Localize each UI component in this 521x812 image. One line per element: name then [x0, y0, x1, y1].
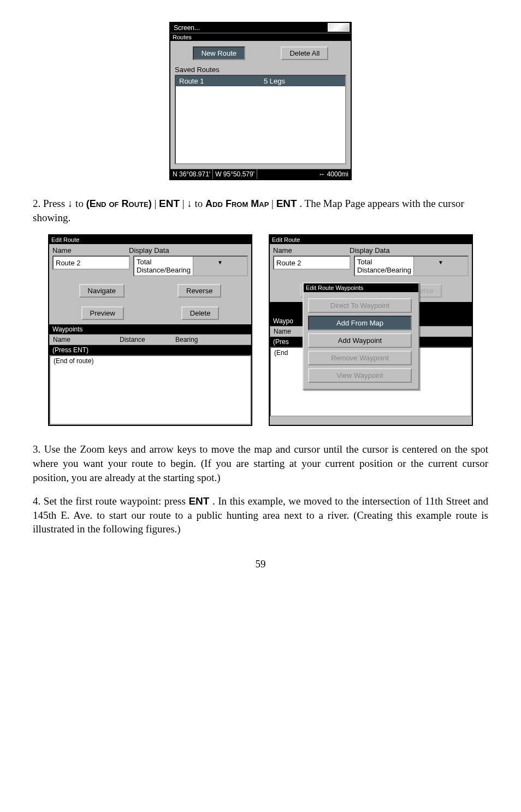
saved-routes-label: Saved Routes	[175, 66, 346, 74]
dropdown-value: Total Distance/Bearing	[134, 257, 193, 275]
name-field[interactable]: Route 2	[273, 256, 351, 270]
routes-window-label: Routes	[170, 33, 351, 41]
saved-routes-list[interactable]: Route 1 5 Legs	[175, 75, 346, 164]
name-label: Name	[52, 246, 129, 254]
key-ent: ENT	[159, 198, 180, 209]
text: 4. Set the first route waypoint: press	[33, 495, 188, 507]
view-waypoint-button: View Waypoint	[308, 368, 412, 383]
display-data-dropdown[interactable]: Total Distance/Bearing ▼	[354, 256, 469, 276]
display-data-label: Display Data	[350, 246, 390, 254]
edit-route-right: Edit Route Name Display Data Route 2 Tot…	[269, 234, 473, 426]
page-number: 59	[33, 558, 488, 570]
status-bar: N 36°08.971' W 95°50.579' ↔ 4000mi	[170, 169, 351, 179]
key-add-from-map: Add From Map	[205, 198, 269, 209]
add-waypoint-button[interactable]: Add Waypoint	[308, 333, 412, 348]
step-3-text: 3. Use the Zoom keys and arrow keys to m…	[33, 442, 488, 484]
routes-screenshot: Screen... Routes New Route Delete All Sa…	[169, 22, 352, 180]
status-scale: ↔ 4000mi	[316, 169, 351, 179]
delete-all-button[interactable]: Delete All	[281, 46, 328, 60]
status-lat: N 36°08.971'	[170, 169, 213, 179]
titlebar: Screen...	[170, 23, 351, 33]
chevron-down-icon: ▼	[193, 257, 247, 275]
col-bearing: Bearing	[172, 335, 201, 345]
list-item[interactable]: Route 1 5 Legs	[176, 76, 345, 86]
waypoint-columns: Name Distance Bearing	[49, 334, 251, 345]
display-data-dropdown[interactable]: Total Distance/Bearing ▼	[133, 256, 248, 276]
titlebar: Edit Route	[49, 235, 251, 244]
name-label: Name	[273, 246, 350, 254]
press-ent-row: (Press ENT)	[49, 345, 251, 355]
text: 2. Press ↓ to	[33, 198, 86, 209]
titlebar-text: Screen...	[174, 24, 200, 32]
key-end-of-route: (End of Route)	[86, 198, 152, 209]
name-value: Route 2	[56, 259, 81, 267]
delete-button[interactable]: Delete	[181, 306, 220, 320]
step-2-text: 2. Press ↓ to (End of Route) | ENT | ↓ t…	[33, 197, 488, 224]
preview-button[interactable]: Preview	[81, 306, 124, 320]
separator: |	[271, 198, 276, 209]
end-of-route-row: (End of route)	[54, 357, 93, 365]
chevron-down-icon: ▼	[413, 257, 467, 275]
edit-route-figures: Edit Route Name Display Data Route 2 Tot…	[33, 234, 488, 426]
key-ent: ENT	[276, 198, 297, 209]
popup-title: Edit Route Waypoints	[304, 283, 418, 292]
display-data-label: Display Data	[129, 246, 169, 254]
text: | ↓ to	[182, 198, 205, 209]
step-4-text: 4. Set the first route waypoint: press E…	[33, 494, 488, 536]
remove-waypoint-button: Remove Waypoint	[308, 351, 412, 365]
name-field[interactable]: Route 2	[52, 256, 130, 270]
edit-route-left: Edit Route Name Display Data Route 2 Tot…	[48, 234, 252, 426]
titlebar: Edit Route	[270, 235, 472, 244]
key-ent: ENT	[188, 495, 209, 507]
separator: |	[154, 198, 159, 209]
route-name: Route 1	[176, 76, 260, 86]
end-clipped: (End	[274, 349, 288, 357]
status-lon: W 95°50.579'	[213, 169, 257, 179]
waypoint-list[interactable]: (End of route)	[49, 355, 251, 425]
reverse-button[interactable]: Reverse	[177, 284, 221, 298]
waypoints-header: Waypoints	[49, 324, 251, 334]
name-value: Route 2	[276, 259, 301, 267]
col-distance: Distance	[116, 335, 172, 345]
col-name: Name	[50, 335, 116, 345]
route-legs: 5 Legs	[260, 76, 345, 86]
navigate-button[interactable]: Navigate	[79, 284, 125, 298]
new-route-button[interactable]: New Route	[193, 46, 245, 60]
titlebar-widget	[328, 23, 350, 32]
edit-route-waypoints-popup: Edit Route Waypoints Direct To Waypoint …	[303, 282, 419, 390]
add-from-map-button[interactable]: Add From Map	[308, 316, 412, 330]
dropdown-value: Total Distance/Bearing	[355, 257, 413, 275]
direct-to-waypoint-button: Direct To Waypoint	[308, 298, 412, 313]
